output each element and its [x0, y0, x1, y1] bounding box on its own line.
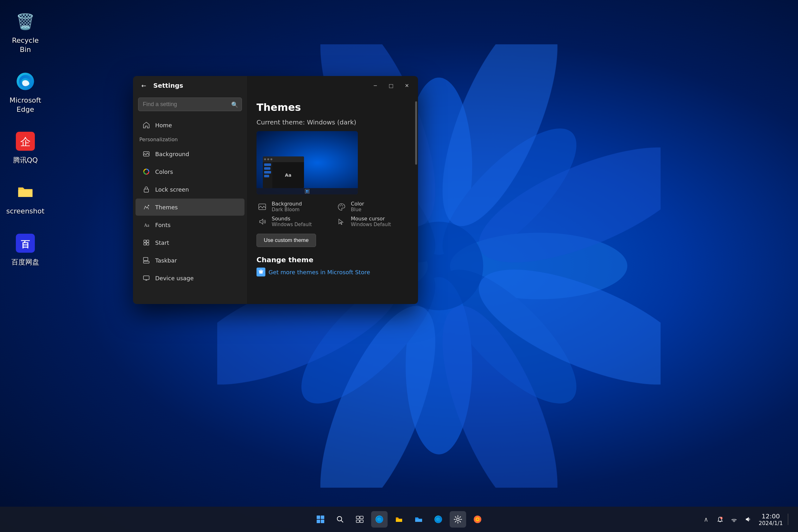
background-info-text: Background Dark Bloom: [272, 201, 302, 212]
qq-label: 腾讯QQ: [13, 156, 38, 165]
nav-item-start[interactable]: Start: [135, 234, 245, 251]
nav-device-usage-label: Device usage: [155, 275, 194, 282]
mouse-cursor-info-value: Windows Default: [351, 222, 391, 227]
window-controls: ─ □ ✕: [247, 76, 418, 95]
mouse-cursor-info-label: Mouse cursor: [351, 216, 391, 222]
theme-preview: Aa: [256, 131, 358, 194]
lock-screen-nav-icon: [142, 185, 151, 194]
tray-volume[interactable]: [742, 514, 754, 525]
svg-rect-38: [317, 515, 320, 519]
use-custom-theme-button[interactable]: Use custom theme: [256, 234, 316, 247]
desktop-icon-recycle-bin[interactable]: 🗑️ Recycle Bin: [6, 6, 44, 57]
taskbar-task-view-button[interactable]: [352, 511, 368, 528]
clock-time: 12:00: [759, 512, 783, 520]
nav-item-taskbar[interactable]: Taskbar: [135, 252, 245, 269]
nav-item-lock-screen[interactable]: Lock screen: [135, 181, 245, 198]
nav-background-label: Background: [155, 151, 189, 157]
taskbar-center: [312, 511, 486, 528]
taskbar-settings-button[interactable]: [450, 511, 466, 528]
close-button[interactable]: ✕: [400, 80, 414, 91]
nav-themes-label: Themes: [155, 204, 178, 211]
mouse-cursor-info-icon: [336, 216, 347, 227]
get-more-themes-link[interactable]: Get more themes in Microsoft Store: [256, 268, 408, 277]
maximize-button[interactable]: □: [384, 80, 398, 91]
theme-info-background: Background Dark Bloom: [256, 201, 329, 212]
taskbar-clock[interactable]: 12:00 2024/1/1: [756, 511, 785, 528]
desktop: 🗑️ Recycle Bin Microsoft Edge 企 腾讯QQ scr…: [0, 0, 798, 532]
desktop-icon-qq[interactable]: 企 腾讯QQ: [6, 126, 44, 168]
svg-text:企: 企: [20, 136, 31, 148]
search-input[interactable]: [138, 97, 242, 111]
desktop-icon-edge[interactable]: Microsoft Edge: [6, 66, 44, 116]
svg-rect-43: [356, 516, 359, 519]
recycle-bin-label: Recycle Bin: [9, 36, 42, 54]
svg-rect-28: [147, 240, 149, 242]
taskbar-explorer-button[interactable]: [391, 511, 407, 528]
settings-titlebar-left: ← Settings: [133, 76, 247, 95]
edge-label: Microsoft Edge: [9, 96, 42, 114]
svg-rect-30: [147, 243, 149, 245]
settings-window: ← Settings 🔍 Home Personalization Back: [133, 76, 418, 304]
taskbar: ∧ 12:00 2024/1/1: [0, 507, 798, 532]
tray-show-desktop[interactable]: [788, 514, 792, 525]
preview-winlogo: [306, 190, 308, 192]
tray-network[interactable]: [728, 514, 740, 525]
device-usage-nav-icon: [142, 273, 151, 283]
desktop-icon-screenshot[interactable]: screenshot: [6, 177, 44, 218]
nav-section-label: Personalization: [133, 134, 247, 145]
theme-preview-inner: Aa: [256, 131, 358, 194]
search-box: 🔍: [138, 97, 242, 111]
svg-rect-29: [144, 243, 146, 245]
svg-rect-41: [321, 520, 324, 523]
svg-rect-45: [356, 520, 359, 522]
sounds-info-value: Windows Default: [272, 222, 312, 227]
svg-point-37: [342, 205, 343, 206]
svg-rect-33: [144, 276, 149, 280]
nav-item-themes[interactable]: Themes: [135, 198, 245, 216]
back-button[interactable]: ←: [138, 80, 150, 91]
nav-start-label: Start: [155, 240, 169, 246]
nav-item-fonts[interactable]: Aa Fonts: [135, 216, 245, 233]
desktop-icon-baidu[interactable]: 百 百度网盘: [6, 228, 44, 269]
nav-item-background[interactable]: Background: [135, 145, 245, 163]
taskbar-edge2-button[interactable]: [430, 511, 446, 528]
taskbar-edge-button[interactable]: [371, 511, 387, 528]
start-button[interactable]: [312, 511, 329, 528]
nav-item-device-usage[interactable]: Device usage: [135, 269, 245, 287]
sounds-info-text: Sounds Windows Default: [272, 216, 312, 227]
taskbar-folder-button[interactable]: [411, 511, 427, 528]
background-info-value: Dark Bloom: [272, 207, 302, 212]
svg-rect-40: [317, 520, 320, 523]
preview-mini-sidebar: [263, 162, 272, 188]
fonts-nav-icon: Aa: [142, 221, 151, 229]
start-nav-icon: [142, 238, 151, 247]
taskbar-nav-icon: [142, 256, 151, 265]
current-theme-subtitle: Current theme: Windows (dark): [256, 118, 408, 126]
edge-icon: [13, 69, 38, 94]
svg-rect-44: [360, 516, 363, 519]
svg-rect-39: [321, 515, 324, 519]
qq-icon: 企: [13, 129, 38, 154]
sounds-info-label: Sounds: [272, 216, 312, 222]
color-info-label: Color: [351, 201, 364, 207]
tray-chevron[interactable]: ∧: [701, 514, 712, 525]
preview-taskbar: [256, 188, 358, 194]
recycle-bin-icon: 🗑️: [13, 9, 38, 34]
color-info-icon: [336, 201, 347, 212]
color-info-text: Color Blue: [351, 201, 364, 212]
tray-notifications[interactable]: [715, 514, 726, 525]
taskbar-browser-button[interactable]: [469, 511, 486, 528]
settings-right-panel: ─ □ ✕ Themes Current theme: Windows (dar…: [247, 76, 418, 304]
nav-item-home[interactable]: Home: [135, 116, 245, 134]
svg-point-35: [340, 205, 341, 206]
nav-taskbar-label: Taskbar: [155, 257, 177, 264]
page-title: Themes: [256, 101, 408, 113]
taskbar-search-button[interactable]: [332, 511, 348, 528]
nav-item-colors[interactable]: Colors: [135, 163, 245, 180]
nav-home-label: Home: [155, 122, 172, 129]
minimize-button[interactable]: ─: [368, 80, 382, 91]
scrollbar[interactable]: [415, 101, 417, 165]
preview-mini-content: Aa: [272, 162, 304, 188]
background-nav-icon: [142, 150, 151, 158]
settings-title: Settings: [153, 82, 183, 89]
